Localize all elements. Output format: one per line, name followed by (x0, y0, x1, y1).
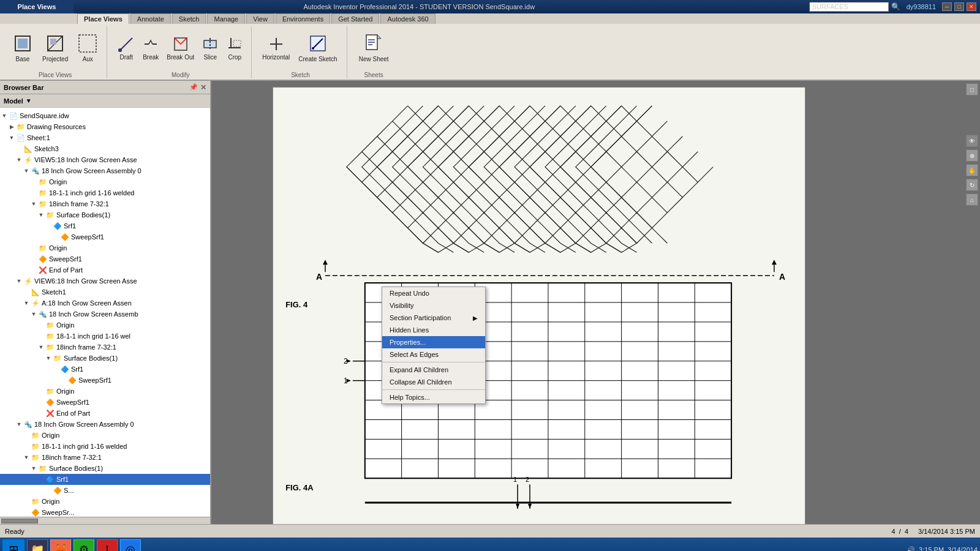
browser-scrollbar[interactable] (0, 517, 210, 524)
tree-expander[interactable]: ▶ (7, 122, 16, 131)
model-dropdown-icon[interactable]: ▼ (26, 97, 32, 104)
new-sheet-button[interactable]: New Sheet (355, 26, 393, 69)
ctx-help-topics[interactable]: Help Topics... (382, 391, 485, 403)
tab-manage[interactable]: Manage (207, 13, 245, 24)
taskbar-file-explorer[interactable]: 📁 (27, 539, 48, 551)
tree-item-grid2[interactable]: 📁18-1-1 inch grid 1-16 wel (0, 331, 210, 342)
tree-item-frame3[interactable]: ▼📁18inch frame 7-32:1 (0, 452, 210, 463)
tree-item-sweep3[interactable]: 🔶SweepSrf1 (0, 397, 210, 408)
tree-item-surface3[interactable]: ▼📁Surface Bodies(1) (0, 463, 210, 474)
tree-expander[interactable]: ▼ (29, 310, 38, 318)
tree-item-grid3[interactable]: 📁18-1-1 inch grid 1-16 welded (0, 441, 210, 452)
taskbar-firefox[interactable]: 🦊 (50, 539, 71, 551)
tree-item-origin5[interactable]: 📁Origin (0, 430, 210, 441)
tree-item-surface1[interactable]: ▼📁Surface Bodies(1) (0, 209, 210, 220)
tab-environments[interactable]: Environments (276, 13, 330, 24)
tree-item-view6[interactable]: ▼⚡VIEW6:18 Inch Grow Screen Asse (0, 276, 210, 287)
tree-item-sketch1[interactable]: 📐Sketch1 (0, 287, 210, 298)
tree-item-eop2[interactable]: ❌End of Part (0, 408, 210, 419)
tree-item-sweep1a[interactable]: 🔶SweepSrf1 (0, 231, 210, 242)
base-button[interactable]: Base (9, 26, 37, 69)
crop-button[interactable]: Crop (223, 26, 246, 69)
tree-item-sweep2a[interactable]: 🔶SweepSrf1 (0, 375, 210, 386)
tree-item-assy3[interactable]: ▼🔩18 Inch Grow Screen Assembly 0 (0, 419, 210, 430)
tree-expander[interactable]: ▼ (0, 111, 9, 120)
aux-button[interactable]: Aux (74, 26, 102, 69)
tab-get-started[interactable]: Get Started (331, 13, 379, 24)
tree-item-sweep3a[interactable]: 🔶S... (0, 485, 210, 496)
ctx-section-participation[interactable]: Section Participation ▶ (382, 312, 485, 324)
tree-item-viewA[interactable]: ▼⚡A:18 Inch Grow Screen Assen (0, 298, 210, 309)
tree-expander[interactable]: ▼ (15, 277, 23, 285)
tree-item-sweep2[interactable]: 🔶SweepSrf1 (0, 253, 210, 264)
tree-expander[interactable]: ▼ (22, 299, 31, 307)
tree-item-frame1[interactable]: ▼📁18inch frame 7-32:1 (0, 198, 210, 209)
tree-item-sheet1[interactable]: ▼📄Sheet:1 (0, 132, 210, 143)
tree-item-srf1a[interactable]: 🔷Srf1 (0, 220, 210, 231)
right-pan-btn[interactable]: ✋ (966, 164, 978, 176)
canvas-area[interactable]: /* placeholder - drawn manually */ (211, 81, 964, 524)
tree-item-surface2[interactable]: ▼📁Surface Bodies(1) (0, 353, 210, 364)
browser-pin-icon[interactable]: 📌 (189, 83, 198, 91)
maximize-window-btn[interactable]: □ (954, 2, 964, 11)
tab-sketch[interactable]: Sketch (172, 13, 206, 24)
tree-expander[interactable]: ▼ (22, 453, 31, 462)
ctx-expand-all[interactable]: Expand All Children (382, 364, 485, 376)
tree-expander[interactable]: ▼ (15, 156, 23, 164)
tree-expander[interactable]: ▼ (29, 200, 38, 208)
tree-expander[interactable]: ▼ (7, 133, 16, 142)
tab-autodesk360[interactable]: Autodesk 360 (380, 13, 435, 24)
tree-item-assy2[interactable]: ▼🔩18 Inch Grow Screen Assemb (0, 309, 210, 320)
tree-item-srf2a[interactable]: 🔷Srf1 (0, 364, 210, 375)
tree-item-srf3a[interactable]: 🔷Srf1 (0, 474, 210, 485)
ctx-repeat-undo[interactable]: Repeat Undo (382, 287, 485, 299)
taskbar-chrome[interactable]: ◎ (120, 539, 141, 551)
search-box-title[interactable]: SURFACES (809, 2, 889, 12)
right-home-btn[interactable]: ⌂ (966, 193, 978, 206)
tree-item-origin1[interactable]: 📁Origin (0, 176, 210, 187)
close-window-btn[interactable]: ✕ (967, 2, 976, 11)
tab-place-views[interactable]: Place Views (77, 13, 129, 24)
tree-item-grid1[interactable]: 📁18-1-1 inch grid 1-16 welded (0, 187, 210, 198)
right-zoom-btn[interactable]: ⊕ (966, 149, 978, 162)
slice-button[interactable]: Slice (198, 26, 222, 69)
tree-item-eop1[interactable]: ❌End of Part (0, 264, 210, 276)
break-out-button[interactable]: Break Out (164, 26, 197, 69)
tree-item-origin4[interactable]: 📁Origin (0, 386, 210, 397)
projected-button[interactable]: Projected (38, 26, 72, 69)
tree-item-origin3[interactable]: 📁Origin (0, 320, 210, 331)
tree-item-assy1[interactable]: ▼🔩18 Inch Grow Screen Assembly 0 (0, 165, 210, 176)
draft-button[interactable]: Draft (115, 26, 138, 69)
right-rotate-btn[interactable]: ↻ (966, 179, 978, 191)
taskbar-arduino[interactable]: ⚙ (74, 539, 94, 551)
tree-item-origin6[interactable]: 📁Origin (0, 496, 210, 507)
right-view-btn[interactable]: 👁 (966, 135, 978, 147)
start-button[interactable]: ⊞ (2, 539, 24, 551)
tree-item-origin2[interactable]: 📁Origin (0, 242, 210, 253)
ctx-select-as-edges[interactable]: Select As Edges (382, 348, 485, 361)
search-icon[interactable]: 🔍 (891, 2, 900, 11)
right-maximize-btn[interactable]: □ (966, 83, 978, 96)
ctx-properties[interactable]: Properties... (382, 336, 485, 348)
create-sketch-button[interactable]: Create Sketch (294, 26, 341, 69)
tree-expander[interactable]: ▼ (22, 167, 31, 175)
tree-expander[interactable]: ▼ (37, 211, 45, 219)
taskbar-inventor[interactable]: I (97, 539, 118, 551)
tree-item-sketch3[interactable]: 📐Sketch3 (0, 143, 210, 154)
break-button[interactable]: Break (139, 26, 162, 69)
browser-close-btn[interactable]: ✕ (200, 83, 206, 92)
ctx-collapse-all[interactable]: Collapse All Children (382, 376, 485, 388)
ctx-visibility[interactable]: Visibility (382, 299, 485, 312)
tree-expander[interactable]: ▼ (37, 343, 45, 351)
volume-icon[interactable]: 🔊 (907, 546, 915, 552)
tree-item-frame2[interactable]: ▼📁18inch frame 7-32:1 (0, 342, 210, 353)
tab-view[interactable]: View (246, 13, 274, 24)
tree-item-sweep4[interactable]: 🔶SweepSr... (0, 507, 210, 517)
tab-annotate[interactable]: Annotate (130, 13, 171, 24)
tree-expander[interactable]: ▼ (29, 464, 38, 473)
ctx-hidden-lines[interactable]: Hidden Lines (382, 324, 485, 336)
tree-item-drawing_resources[interactable]: ▶📁Drawing Resources (0, 121, 210, 132)
tree-item-root[interactable]: ▼📄SendSquare.idw (0, 110, 210, 121)
browser-tree[interactable]: ▼📄SendSquare.idw▶📁Drawing Resources▼📄She… (0, 108, 210, 517)
tree-item-view5[interactable]: ▼⚡VIEW5:18 Inch Grow Screen Asse (0, 154, 210, 165)
